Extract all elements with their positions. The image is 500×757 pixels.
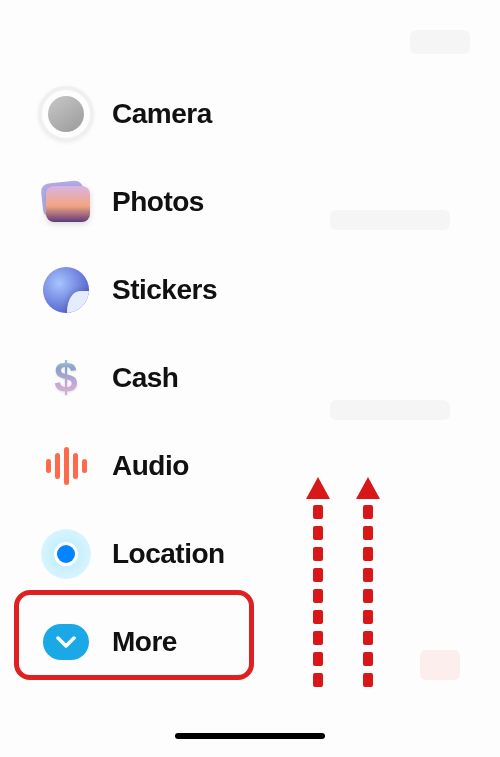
menu-item-more[interactable]: More bbox=[30, 598, 290, 686]
stickers-icon bbox=[38, 262, 94, 318]
menu-item-location[interactable]: Location bbox=[30, 510, 290, 598]
menu-item-photos[interactable]: Photos bbox=[30, 158, 290, 246]
menu-item-label: Camera bbox=[112, 98, 212, 130]
menu-item-label: More bbox=[112, 626, 177, 658]
audio-icon bbox=[38, 438, 94, 494]
photos-icon bbox=[38, 174, 94, 230]
camera-icon bbox=[38, 86, 94, 142]
location-icon bbox=[38, 526, 94, 582]
home-indicator[interactable] bbox=[175, 733, 325, 739]
menu-item-stickers[interactable]: Stickers bbox=[30, 246, 290, 334]
menu-item-label: Cash bbox=[112, 362, 178, 394]
more-icon bbox=[38, 614, 94, 670]
cash-icon: $ bbox=[38, 350, 94, 406]
menu-item-label: Location bbox=[112, 538, 225, 570]
menu-item-camera[interactable]: Camera bbox=[30, 70, 290, 158]
menu-item-label: Photos bbox=[112, 186, 204, 218]
menu-item-label: Audio bbox=[112, 450, 189, 482]
menu-item-label: Stickers bbox=[112, 274, 217, 306]
menu-item-cash[interactable]: $ Cash bbox=[30, 334, 290, 422]
attachment-menu: Camera Photos Stickers $ Cash bbox=[30, 70, 290, 686]
menu-item-audio[interactable]: Audio bbox=[30, 422, 290, 510]
